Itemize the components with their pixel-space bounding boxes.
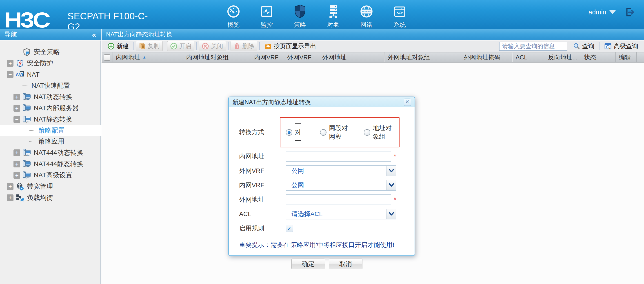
expand-icon[interactable]: + bbox=[14, 172, 20, 179]
expand-icon[interactable]: + bbox=[7, 60, 14, 67]
app-header: H3C SECPATH F100-C-G2 概览 监控 策略 对象 bbox=[0, 0, 644, 29]
column-header-outer-address[interactable]: 外网地址 bbox=[319, 52, 384, 62]
check-circle-icon bbox=[170, 43, 177, 50]
chevron-down-icon bbox=[386, 166, 396, 176]
outer-vrf-label: 外网VRF bbox=[239, 167, 286, 175]
sidebar-item-policy-apply[interactable]: 策略应用 bbox=[0, 136, 100, 147]
new-button[interactable]: 新建 bbox=[105, 41, 132, 51]
search-input[interactable] bbox=[499, 42, 567, 51]
logout-button[interactable] bbox=[624, 7, 635, 18]
sidebar-item-nat-quick-config[interactable]: NAT快速配置 bbox=[0, 80, 100, 91]
radio-one-to-one[interactable]: 一对一 bbox=[286, 119, 308, 145]
top-nav-overview[interactable]: 概览 bbox=[217, 3, 250, 29]
acl-label: ACL bbox=[239, 210, 286, 218]
h3c-logo: H3C bbox=[4, 8, 49, 32]
advanced-search-button[interactable]: 高级查询 bbox=[602, 41, 641, 51]
sidebar-item-bandwidth[interactable]: + 带宽管理 bbox=[0, 181, 100, 192]
column-header-reverse-address[interactable]: 反向地址... bbox=[545, 52, 581, 62]
collapse-icon[interactable]: − bbox=[7, 71, 14, 78]
system-icon: </> bbox=[391, 3, 408, 20]
inner-vrf-row: 内网VRF 公网 bbox=[239, 180, 414, 191]
column-header-inner-vrf[interactable]: 内网VRF bbox=[251, 52, 284, 62]
globe-icon: INTERNET bbox=[358, 3, 375, 20]
column-header-outer-address-group[interactable]: 外网地址对象组 bbox=[384, 52, 461, 62]
column-header-outer-vrf[interactable]: 外网VRF bbox=[284, 52, 319, 62]
cancel-button[interactable]: 取消 bbox=[329, 258, 362, 269]
select-all-checkbox[interactable] bbox=[104, 54, 110, 61]
expand-icon[interactable]: + bbox=[7, 183, 14, 190]
column-header-filler bbox=[636, 52, 644, 62]
copy-icon bbox=[139, 43, 146, 50]
sidebar-item-policy-config[interactable]: 策略配置 bbox=[0, 125, 110, 136]
enable-rule-checkbox[interactable]: ✓ bbox=[286, 225, 293, 232]
sidebar-collapse-button[interactable]: « bbox=[92, 31, 96, 38]
outer-address-input[interactable] bbox=[286, 194, 391, 205]
sidebar-item-nat[interactable]: − NAT NAT bbox=[0, 69, 100, 80]
bandwidth-icon bbox=[16, 182, 24, 191]
expand-icon[interactable]: + bbox=[7, 194, 14, 201]
top-nav-network[interactable]: INTERNET 网络 bbox=[350, 3, 383, 29]
dialog-close-button[interactable]: ✕ bbox=[404, 99, 411, 106]
copy-button[interactable]: 复制 bbox=[136, 41, 163, 51]
column-header-inner-address[interactable]: 内网地址 ▲ bbox=[113, 52, 183, 62]
inner-vrf-select[interactable]: 公网 bbox=[286, 180, 396, 191]
mode-radio-group: 一对一 网段对网段 地址对象组 bbox=[280, 117, 400, 148]
monitor-icon bbox=[258, 3, 276, 20]
column-header-status[interactable]: 状态 bbox=[581, 52, 616, 62]
radio-subnet-to-subnet[interactable]: 网段对网段 bbox=[320, 124, 351, 141]
radio-icon bbox=[320, 129, 326, 136]
expand-icon[interactable]: + bbox=[14, 161, 20, 168]
policy-shield-icon bbox=[22, 48, 31, 56]
ok-button[interactable]: 确定 bbox=[292, 258, 325, 269]
collapse-icon[interactable]: − bbox=[14, 116, 20, 123]
acl-select[interactable]: 请选择ACL bbox=[286, 209, 396, 219]
breadcrumb: NAT出方向静态地址转换 bbox=[102, 29, 644, 40]
column-header-acl[interactable]: ACL bbox=[512, 52, 545, 62]
radio-address-object-group[interactable]: 地址对象组 bbox=[364, 124, 395, 141]
expand-icon[interactable]: + bbox=[14, 150, 20, 156]
top-nav-monitor[interactable]: 监控 bbox=[250, 3, 283, 29]
delete-button[interactable]: 删除 bbox=[230, 41, 257, 51]
admin-menu[interactable]: admin bbox=[588, 9, 616, 16]
top-nav-policy[interactable]: 策略 bbox=[283, 3, 316, 29]
required-marker: * bbox=[394, 196, 396, 203]
top-nav-objects[interactable]: 对象 bbox=[316, 3, 350, 29]
sidebar-item-load-balance[interactable]: + 负载均衡 bbox=[0, 192, 100, 203]
column-header-outer-address-mask[interactable]: 外网地址掩码 bbox=[461, 52, 512, 62]
column-header-edit[interactable]: 编辑 bbox=[616, 52, 636, 62]
top-nav-system[interactable]: </> 系统 bbox=[383, 3, 416, 29]
advanced-search-icon bbox=[604, 43, 612, 50]
disable-button[interactable]: 关闭 bbox=[199, 41, 226, 51]
enable-button[interactable]: 开启 bbox=[167, 41, 194, 51]
page-title: NAT出方向静态地址转换 bbox=[106, 30, 172, 39]
sidebar-item-nat-dynamic[interactable]: + NAT动态转换 bbox=[0, 91, 100, 103]
enable-rule-row: 启用规则 ✓ bbox=[239, 223, 414, 234]
x-circle-icon bbox=[202, 43, 209, 50]
export-button[interactable]: 按页面显示导出 bbox=[262, 41, 319, 51]
export-icon bbox=[264, 43, 272, 50]
sidebar-item-nat-static[interactable]: − NAT静态转换 bbox=[0, 114, 100, 125]
sidebar-item-nat444-dynamic[interactable]: + NAT444动态转换 bbox=[0, 147, 100, 159]
expand-icon[interactable]: + bbox=[14, 94, 20, 100]
outer-vrf-select[interactable]: 公网 bbox=[286, 165, 396, 176]
computer-icon bbox=[22, 171, 31, 180]
protection-icon bbox=[16, 59, 24, 68]
product-title: SECPATH F100-C-G2 bbox=[68, 11, 148, 32]
column-header-inner-address-group[interactable]: 内网地址对象组 bbox=[183, 52, 251, 62]
sidebar-item-nat444-static[interactable]: + NAT444静态转换 bbox=[0, 159, 100, 170]
inner-address-input[interactable] bbox=[286, 151, 391, 162]
svg-text:INTERNET: INTERNET bbox=[362, 10, 372, 13]
gauge-icon bbox=[225, 3, 242, 20]
loadbalance-icon bbox=[16, 194, 24, 202]
sidebar-item-nat-internal-server[interactable]: + NAT内部服务器 bbox=[0, 103, 100, 114]
expand-icon[interactable]: + bbox=[14, 105, 20, 112]
admin-username: admin bbox=[588, 9, 606, 16]
navigation-tree: 安全策略 + 安全防护 − NAT NAT NAT快速配置 + NAT动态转换 … bbox=[0, 41, 101, 284]
sidebar-item-security-policy[interactable]: 安全策略 bbox=[0, 46, 100, 58]
search-button[interactable]: 查询 bbox=[570, 41, 597, 51]
sidebar-item-nat-advanced[interactable]: + NAT高级设置 bbox=[0, 170, 100, 181]
sidebar-item-security-protection[interactable]: + 安全防护 bbox=[0, 58, 100, 69]
trash-icon bbox=[234, 43, 240, 50]
toolbar: 新建 复制 开启 关闭 删除 按页面显示导出 查询 高级查询 bbox=[102, 41, 644, 52]
add-icon bbox=[108, 43, 114, 50]
